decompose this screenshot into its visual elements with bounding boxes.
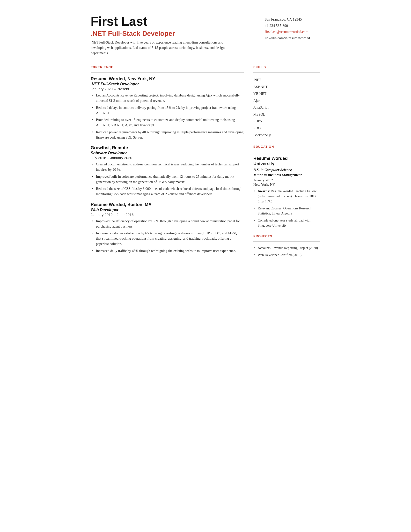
edu-school: Resume WordedUniversity — [253, 156, 320, 166]
bullet-2-3: Reduced the size of CSS files by 3,000 l… — [91, 186, 244, 197]
resume-header: First Last .NET Full-Stack Developer .NE… — [91, 15, 320, 56]
bullet-3-3: Increased daily traffic by 45% through r… — [91, 248, 244, 254]
company-3-name: Resume Worded, — [91, 202, 126, 207]
skill-2: ASP.NET — [253, 83, 320, 90]
experience-entry-3: Resume Worded, Boston, MA Web Developer … — [91, 202, 244, 254]
bullet-1-1: Led an Accounts Revenue Reporting projec… — [91, 93, 244, 104]
main-content: EXPERIENCE Resume Worded, New York, NY .… — [91, 65, 320, 264]
skill-5: JavaScript — [253, 104, 320, 111]
bullet-1-3: Provided training to over 15 engineers t… — [91, 117, 244, 128]
experience-divider — [91, 72, 244, 73]
education-label: EDUCATION — [253, 145, 320, 149]
edu-location: New York, NY — [253, 183, 320, 187]
right-column: SKILLS .NET ASP.NET VB.NET Ajax JavaScri… — [253, 65, 320, 264]
company-3-location: Boston, MA — [127, 202, 152, 207]
project-1: Accounts Revenue Reporting Project (2020… — [253, 246, 320, 250]
position-2-title: Software Developer — [91, 151, 244, 155]
bullet-1-2: Reduced delays in contract delivery paci… — [91, 105, 244, 116]
skill-6: MySQL — [253, 111, 320, 118]
header-left: First Last .NET Full-Stack Developer .NE… — [91, 15, 265, 56]
bullet-2-2: Improved built-in software performance d… — [91, 174, 244, 185]
experience-entry-1: Resume Worded, New York, NY .NET Full-St… — [91, 76, 244, 140]
experience-section: EXPERIENCE Resume Worded, New York, NY .… — [91, 65, 244, 253]
education-divider — [253, 152, 320, 152]
company-1-name: Resume Worded, — [91, 76, 126, 81]
company-1-line: Resume Worded, New York, NY — [91, 76, 244, 82]
projects-label: PROJECTS — [253, 234, 320, 238]
skills-section: SKILLS .NET ASP.NET VB.NET Ajax JavaScri… — [253, 65, 320, 139]
company-3-line: Resume Worded, Boston, MA — [91, 202, 244, 207]
linkedin: linkedin.com/in/resumeworded — [265, 35, 320, 41]
bullet-3-2: Increased customer satisfaction by 65% t… — [91, 231, 244, 247]
skills-label: SKILLS — [253, 65, 320, 69]
position-1-title: .NET Full-Stack Developer — [91, 82, 244, 86]
company-1-location: New York, NY — [127, 76, 155, 81]
bullet-1-4: Reduced power requirements by 40% throug… — [91, 130, 244, 140]
company-2-name: Growthsi, — [91, 145, 111, 150]
bullet-2-1: Created documentation to address common … — [91, 162, 244, 172]
candidate-name: First Last — [91, 15, 265, 28]
dates-3: January 2012 – June 2016 — [91, 213, 244, 217]
skill-4: Ajax — [253, 97, 320, 104]
experience-label: EXPERIENCE — [91, 65, 244, 69]
education-entry: Resume WordedUniversity B.S. in Computer… — [253, 156, 320, 228]
skill-9: Backbone.js — [253, 132, 320, 139]
projects-list: Accounts Revenue Reporting Project (2020… — [253, 246, 320, 257]
bullets-1: Led an Accounts Revenue Reporting projec… — [91, 93, 244, 140]
projects-divider — [253, 241, 320, 242]
left-column: EXPERIENCE Resume Worded, New York, NY .… — [91, 65, 244, 264]
edu-bullet-2: Relevant Courses: Operations Research, S… — [253, 206, 320, 216]
skill-1: .NET — [253, 76, 320, 83]
project-2: Web Developer Certified (2013) — [253, 252, 320, 257]
skills-divider — [253, 72, 320, 73]
projects-section: PROJECTS Accounts Revenue Reporting Proj… — [253, 234, 320, 257]
position-3-title: Web Developer — [91, 208, 244, 212]
edu-bullet-1: Awards: Resume Worded Teaching Fellow (o… — [253, 189, 320, 204]
education-section: EDUCATION Resume WordedUniversity B.S. i… — [253, 145, 320, 228]
bullet-3-1: Improved the efficiency of operation by … — [91, 218, 244, 229]
experience-entry-2: Growthsi, Remote Software Developer July… — [91, 145, 244, 197]
edu-bullets: Awards: Resume Worded Teaching Fellow (o… — [253, 189, 320, 228]
summary: .NET Full-Stack Developer with five year… — [91, 40, 226, 56]
bullets-2: Created documentation to address common … — [91, 162, 244, 197]
bullets-3: Improved the efficiency of operation by … — [91, 218, 244, 254]
address: San Francisco, CA 12345 — [265, 17, 320, 23]
company-2-line: Growthsi, Remote — [91, 145, 244, 150]
skill-7: PHP5 — [253, 118, 320, 125]
company-2-location: Remote — [112, 145, 128, 150]
email-link[interactable]: first.last@resumeworded.com — [265, 30, 308, 34]
skills-list: .NET ASP.NET VB.NET Ajax JavaScript MySQ… — [253, 76, 320, 139]
skill-8: PDO — [253, 125, 320, 132]
edu-bullet-3: Completed one-year study abroad with Sin… — [253, 218, 320, 228]
phone: +1 234 567-890 — [265, 23, 320, 29]
skill-3: VB.NET — [253, 90, 320, 97]
contact-info: San Francisco, CA 12345 +1 234 567-890 f… — [265, 15, 320, 41]
dates-1: January 2020 – Present — [91, 87, 244, 91]
dates-2: July 2016 – January 2020 — [91, 156, 244, 160]
job-title: .NET Full-Stack Developer — [91, 30, 265, 38]
edu-degree: B.S. in Computer Science,Minor in Busine… — [253, 167, 320, 178]
edu-date: January 2012 — [253, 178, 320, 182]
